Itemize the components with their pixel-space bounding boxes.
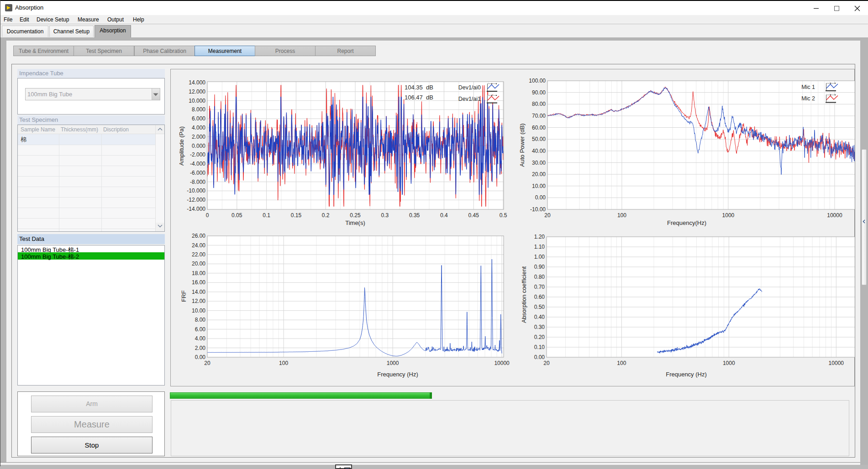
svg-text:FRF: FRF: [180, 290, 187, 302]
svg-text:20.00: 20.00: [532, 171, 546, 177]
svg-text:22.00: 22.00: [192, 251, 205, 258]
svg-text:0.15: 0.15: [291, 212, 302, 219]
svg-text:60.00: 60.00: [532, 125, 546, 131]
svg-text:0.40: 0.40: [534, 314, 545, 320]
svg-text:0.00: 0.00: [534, 354, 545, 360]
svg-text:18.00: 18.00: [192, 270, 205, 276]
svg-text:Frequency (Hz): Frequency (Hz): [377, 371, 418, 378]
svg-text:-6.000: -6.000: [190, 170, 205, 176]
svg-text:10000: 10000: [829, 360, 844, 366]
svg-text:10.00: 10.00: [192, 307, 205, 314]
svg-text:16.00: 16.00: [192, 279, 205, 286]
svg-text:100: 100: [279, 360, 288, 366]
svg-text:-10.000: -10.000: [187, 188, 205, 194]
svg-text:1.20: 1.20: [534, 234, 545, 240]
svg-text:Amplitude (Pa): Amplitude (Pa): [178, 126, 185, 166]
svg-text:6.000: 6.000: [192, 115, 205, 122]
svg-text:Mic 2: Mic 2: [801, 95, 815, 102]
svg-text:0.30: 0.30: [534, 324, 545, 330]
svg-text:Auto Power (dB): Auto Power (dB): [519, 123, 526, 167]
svg-text:0.00: 0.00: [195, 354, 206, 360]
svg-text:0.60: 0.60: [534, 294, 545, 300]
svg-text:0.20: 0.20: [534, 334, 545, 340]
svg-text:20.00: 20.00: [192, 261, 205, 267]
svg-text:1.10: 1.10: [534, 244, 545, 250]
svg-text:0.000: 0.000: [192, 143, 205, 149]
svg-text:26.00: 26.00: [192, 233, 205, 239]
svg-text:2.000: 2.000: [192, 134, 205, 140]
svg-text:0.5: 0.5: [500, 212, 507, 219]
svg-text:12.00: 12.00: [192, 298, 205, 304]
svg-text:-12.000: -12.000: [187, 197, 205, 203]
svg-text:0.25: 0.25: [350, 212, 361, 219]
svg-text:30.00: 30.00: [532, 160, 546, 166]
svg-text:24.00: 24.00: [192, 242, 205, 249]
svg-text:0.4: 0.4: [440, 212, 448, 219]
svg-text:Time(s): Time(s): [345, 219, 365, 226]
svg-text:0.50: 0.50: [534, 304, 545, 310]
svg-text:20: 20: [543, 360, 550, 366]
svg-text:4.00: 4.00: [195, 335, 206, 342]
svg-text:1000: 1000: [723, 360, 735, 366]
svg-text:10.000: 10.000: [189, 98, 205, 104]
svg-text:0.00: 0.00: [535, 194, 546, 201]
svg-text:10000: 10000: [494, 360, 510, 366]
svg-text:2.00: 2.00: [195, 345, 206, 351]
svg-text:4.000: 4.000: [192, 125, 205, 131]
svg-text:1.00: 1.00: [534, 254, 545, 260]
svg-text:0.45: 0.45: [468, 212, 479, 219]
svg-text:50.00: 50.00: [532, 136, 546, 142]
svg-text:0.80: 0.80: [534, 274, 545, 280]
svg-text:8.000: 8.000: [192, 106, 205, 113]
svg-text:-10.00: -10.00: [530, 206, 546, 213]
svg-text:0.05: 0.05: [231, 212, 242, 219]
svg-text:Dev1/ai0: Dev1/ai0: [458, 84, 481, 91]
svg-text:Mic 1: Mic 1: [801, 84, 815, 90]
svg-text:0.35: 0.35: [409, 212, 420, 219]
svg-text:Frequency(Hz): Frequency(Hz): [667, 219, 706, 226]
svg-text:0.70: 0.70: [534, 284, 545, 290]
svg-text:100: 100: [617, 360, 626, 366]
svg-text:1000: 1000: [387, 360, 399, 366]
svg-text:-2.000: -2.000: [190, 151, 205, 158]
svg-text:-14.000: -14.000: [187, 206, 205, 212]
svg-text:14.000: 14.000: [189, 79, 205, 86]
svg-text:-8.000: -8.000: [190, 179, 205, 185]
svg-text:1000: 1000: [722, 212, 735, 219]
svg-text:20: 20: [544, 212, 551, 219]
svg-text:40.00: 40.00: [532, 148, 546, 154]
svg-text:10000: 10000: [827, 212, 842, 219]
svg-text:70.00: 70.00: [532, 113, 546, 119]
svg-text:0.2: 0.2: [322, 212, 330, 219]
svg-text:0.1: 0.1: [263, 212, 270, 219]
svg-text:20: 20: [204, 360, 210, 366]
svg-text:10.00: 10.00: [532, 183, 546, 189]
svg-text:100: 100: [617, 212, 626, 219]
svg-text:-4.000: -4.000: [190, 161, 205, 167]
svg-text:14.00: 14.00: [192, 289, 205, 295]
svg-text:100.00: 100.00: [529, 78, 546, 84]
svg-text:0: 0: [206, 212, 209, 219]
svg-text:104.35 dB: 104.35 dB: [405, 84, 433, 91]
svg-text:90.00: 90.00: [532, 89, 546, 96]
svg-text:12.000: 12.000: [189, 89, 205, 95]
svg-text:0.3: 0.3: [381, 212, 389, 219]
svg-text:Dev1/ai1: Dev1/ai1: [458, 96, 481, 102]
svg-text:6.00: 6.00: [195, 326, 206, 333]
svg-text:80.00: 80.00: [532, 101, 546, 107]
svg-text:Absorption coefficient: Absorption coefficient: [521, 266, 527, 323]
svg-text:106.47 dB: 106.47 dB: [405, 94, 433, 101]
svg-text:0.90: 0.90: [534, 264, 545, 270]
svg-text:8.00: 8.00: [195, 317, 206, 323]
svg-text:0.10: 0.10: [534, 344, 545, 350]
svg-text:Frequency (Hz): Frequency (Hz): [666, 371, 707, 378]
